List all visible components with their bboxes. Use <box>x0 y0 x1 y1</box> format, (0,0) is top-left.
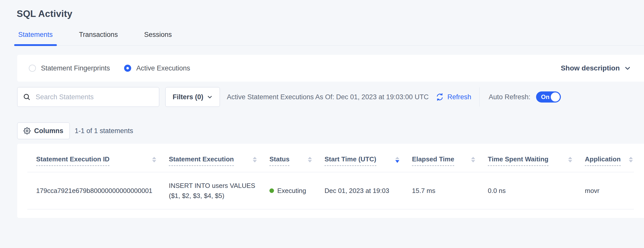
sort-icon[interactable] <box>629 157 633 162</box>
col-header-time-spent-waiting[interactable]: Time Spent Waiting <box>488 148 585 172</box>
radio-circle-selected[interactable] <box>124 65 131 72</box>
cell-elapsed-time: 15.7 ms <box>412 172 488 209</box>
auto-refresh-control: Auto Refresh: On <box>489 91 561 103</box>
cell-start-time: Dec 01, 2023 at 19:03 <box>325 172 412 209</box>
radio-statement-fingerprints[interactable]: Statement Fingerprints <box>29 64 110 72</box>
auto-refresh-toggle[interactable]: On <box>536 91 561 103</box>
sql-activity-page: SQL Activity Statements Transactions Ses… <box>0 0 644 248</box>
sort-icon[interactable] <box>152 157 156 162</box>
sort-icon[interactable] <box>308 157 312 162</box>
cell-statement[interactable]: INSERT INTO users VALUES ($1, $2, $3, $4… <box>169 172 269 209</box>
radio-active-executions[interactable]: Active Executions <box>124 64 190 72</box>
search-icon <box>23 93 31 101</box>
table-controls: Columns 1-1 of 1 statements <box>17 122 644 139</box>
radio-label: Active Executions <box>136 64 190 72</box>
cell-application: movr <box>585 172 634 209</box>
columns-button-label: Columns <box>34 127 63 135</box>
tab-statements[interactable]: Statements <box>17 31 54 45</box>
refresh-icon <box>435 92 444 102</box>
show-description-label: Show description <box>561 64 620 72</box>
refresh-button[interactable]: Refresh <box>435 92 471 102</box>
cell-execution-id: 179cca7921e679b80000000000000001 <box>27 172 169 209</box>
search-input[interactable] <box>35 93 153 101</box>
cell-time-spent-waiting: 0.0 ns <box>488 172 585 209</box>
toggle-state-label: On <box>541 93 549 101</box>
status-badge: Executing <box>277 187 306 195</box>
chevron-down-icon <box>207 94 213 100</box>
tab-transactions[interactable]: Transactions <box>78 31 119 45</box>
col-header-statement-execution[interactable]: Statement Execution <box>169 148 269 172</box>
tab-sessions[interactable]: Sessions <box>143 31 173 45</box>
gear-icon <box>24 127 31 134</box>
show-description-toggle[interactable]: Show description <box>561 64 631 72</box>
statements-toolbar: Filters (0) Active Statement Executions … <box>17 87 644 107</box>
result-count: 1-1 of 1 statements <box>75 127 133 135</box>
sort-icon[interactable] <box>568 157 572 162</box>
statements-table-card: Statement Execution ID Statement Executi… <box>17 144 644 218</box>
as-of-timestamp: Active Statement Executions As Of: Dec 0… <box>227 93 429 101</box>
radio-circle-unselected[interactable] <box>29 65 36 72</box>
view-mode-radio-group: Statement Fingerprints Active Executions <box>29 64 190 72</box>
refresh-label: Refresh <box>447 93 471 101</box>
radio-label: Statement Fingerprints <box>41 64 110 72</box>
tab-bar: Statements Transactions Sessions <box>17 31 644 46</box>
col-header-application[interactable]: Application <box>585 148 634 172</box>
sort-icon-active[interactable] <box>395 157 399 163</box>
auto-refresh-label: Auto Refresh: <box>489 93 531 101</box>
table-header-row: Statement Execution ID Statement Executi… <box>27 148 634 172</box>
col-header-elapsed-time[interactable]: Elapsed Time <box>412 148 488 172</box>
filters-label: Filters (0) <box>173 93 203 101</box>
col-header-status[interactable]: Status <box>269 148 325 172</box>
view-mode-card: Statement Fingerprints Active Executions… <box>17 55 644 82</box>
page-title: SQL Activity <box>0 0 644 19</box>
col-header-statement-execution-id[interactable]: Statement Execution ID <box>27 148 169 172</box>
sort-icon[interactable] <box>253 157 257 162</box>
search-box[interactable] <box>17 87 159 107</box>
table-row[interactable]: 179cca7921e679b80000000000000001 INSERT … <box>27 172 634 209</box>
sort-icon[interactable] <box>471 157 475 162</box>
chevron-down-icon <box>624 65 631 71</box>
filters-button[interactable]: Filters (0) <box>165 87 220 107</box>
toolbar-divider <box>479 87 480 107</box>
col-header-start-time[interactable]: Start Time (UTC) <box>325 148 412 172</box>
status-dot-green <box>269 188 274 193</box>
toggle-knob[interactable] <box>551 92 560 102</box>
columns-button[interactable]: Columns <box>17 122 70 139</box>
cell-status: Executing <box>269 172 325 209</box>
